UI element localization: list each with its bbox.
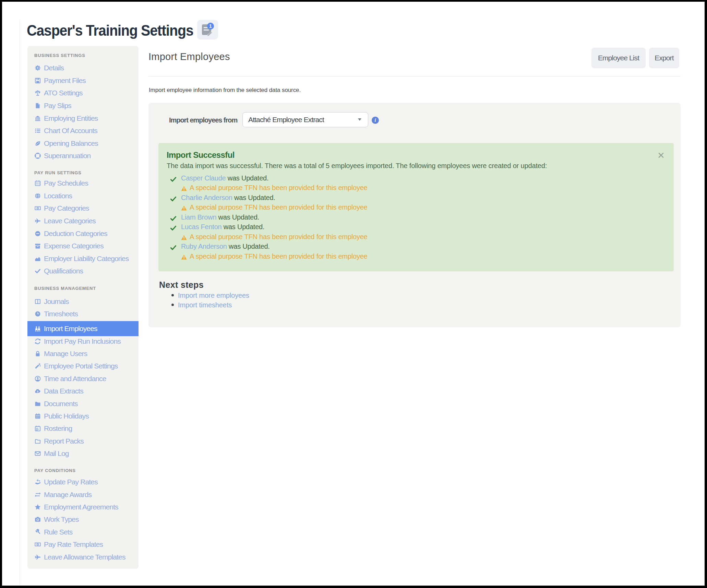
svg-text:1: 1 <box>209 23 212 29</box>
